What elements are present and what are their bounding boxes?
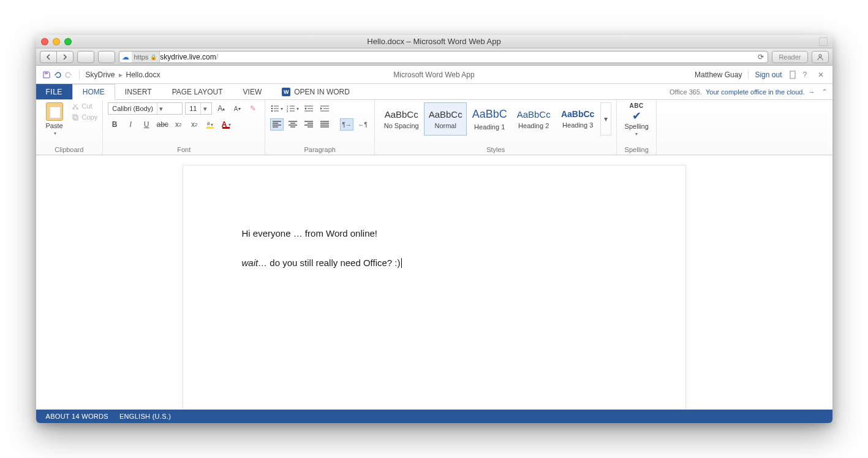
style-no-spacing[interactable]: AaBbCc No Spacing bbox=[380, 102, 423, 135]
arrow-right-icon: → bbox=[809, 88, 815, 96]
promo-link[interactable]: Your complete office in the cloud. bbox=[706, 88, 804, 96]
font-family-combo[interactable]: Calibri (Body) ▾ bbox=[108, 102, 183, 115]
highlight-button[interactable]: ª▾ bbox=[203, 118, 217, 131]
redo-button[interactable] bbox=[64, 71, 73, 79]
svg-rect-5 bbox=[73, 115, 77, 119]
clear-formatting-button[interactable]: ✎ bbox=[246, 102, 260, 115]
font-family-value: Calibri (Body) bbox=[108, 105, 157, 112]
align-center-button[interactable] bbox=[286, 118, 300, 131]
bookmark-button[interactable] bbox=[98, 51, 115, 63]
style-preview: AaBbCc bbox=[429, 109, 462, 120]
document-canvas[interactable]: Hi everyone … from Word online! wait… do… bbox=[36, 155, 832, 410]
style-normal[interactable]: AaBbCc Normal bbox=[424, 102, 467, 135]
strikethrough-button[interactable]: abc bbox=[156, 118, 169, 131]
paste-dropdown-icon[interactable]: ▾ bbox=[54, 131, 56, 136]
tab-home[interactable]: HOME bbox=[72, 84, 115, 100]
safari-user-button[interactable] bbox=[812, 51, 829, 63]
user-name[interactable]: Matthew Guay bbox=[695, 71, 742, 79]
close-icon[interactable]: ✕ bbox=[818, 71, 826, 79]
spelling-button[interactable]: ABC ✔ Spelling ▾ bbox=[622, 102, 651, 137]
subscript-button[interactable]: x2 bbox=[172, 118, 185, 131]
open-in-word-button[interactable]: W OPEN IN WORD bbox=[272, 84, 360, 99]
checkmark-icon: ✔ bbox=[632, 110, 641, 121]
svg-point-9 bbox=[271, 110, 273, 112]
align-right-button[interactable] bbox=[302, 118, 315, 131]
group-font: Calibri (Body) ▾ 11 ▾ A▴ A▾ ✎ B I bbox=[103, 100, 265, 155]
document-line-2-italic: wait… bbox=[242, 258, 268, 268]
tab-file[interactable]: FILE bbox=[36, 84, 72, 99]
increase-indent-button[interactable] bbox=[318, 102, 331, 115]
align-left-button[interactable] bbox=[270, 118, 284, 131]
sign-out-link[interactable]: Sign out bbox=[748, 71, 782, 79]
rtl-direction-button[interactable]: ←¶ bbox=[356, 118, 369, 131]
ribbon: Paste ▾ Cut Copy Clipboard bbox=[36, 100, 832, 155]
word-count[interactable]: ABOUT 14 WORDS bbox=[46, 413, 108, 420]
breadcrumb: SkyDrive ▸ Hello.docx bbox=[86, 71, 160, 79]
chevron-down-icon[interactable]: ▾ bbox=[200, 103, 209, 114]
align-justify-button[interactable] bbox=[318, 118, 331, 131]
reader-button[interactable]: Reader bbox=[772, 51, 807, 63]
breadcrumb-file[interactable]: Hello.docx bbox=[126, 71, 160, 79]
ribbon-tabs: FILE HOME INSERT PAGE LAYOUT VIEW W OPEN… bbox=[36, 84, 832, 100]
back-button[interactable] bbox=[40, 54, 56, 60]
bulleted-list-button[interactable]: ▾ bbox=[270, 102, 284, 115]
style-heading-1[interactable]: AaBbC Heading 1 bbox=[468, 102, 511, 135]
font-color-button[interactable]: A▾ bbox=[219, 118, 233, 131]
safari-toolbar: ☁ https 🔒 skydrive.live.com / ⟳ Reader bbox=[36, 48, 832, 66]
traffic-light-minimize[interactable] bbox=[53, 38, 60, 45]
font-size-combo[interactable]: 11 ▾ bbox=[185, 102, 212, 115]
https-badge: https 🔒 bbox=[132, 52, 160, 63]
document-page[interactable]: Hi everyone … from Word online! wait… do… bbox=[183, 166, 685, 410]
address-bar[interactable]: ☁ https 🔒 skydrive.live.com / ⟳ bbox=[119, 51, 769, 63]
https-label: https bbox=[134, 53, 149, 61]
shrink-font-button[interactable]: A▾ bbox=[230, 102, 244, 115]
style-name: Heading 2 bbox=[518, 122, 549, 129]
save-icon[interactable] bbox=[42, 71, 51, 79]
undo-button[interactable] bbox=[53, 71, 62, 79]
italic-button[interactable]: I bbox=[124, 118, 137, 131]
group-clipboard-label: Clipboard bbox=[41, 145, 98, 153]
group-font-label: Font bbox=[108, 145, 260, 153]
language-indicator[interactable]: ENGLISH (U.S.) bbox=[119, 413, 171, 420]
style-name: Normal bbox=[434, 122, 456, 129]
share-button[interactable] bbox=[77, 51, 94, 63]
abc-label: ABC bbox=[630, 102, 644, 109]
word-header: SkyDrive ▸ Hello.docx Microsoft Word Web… bbox=[36, 66, 832, 84]
superscript-button[interactable]: x2 bbox=[187, 118, 201, 131]
chevron-down-icon[interactable]: ▾ bbox=[157, 103, 165, 114]
tab-page-layout[interactable]: PAGE LAYOUT bbox=[162, 84, 233, 99]
forward-button[interactable] bbox=[57, 54, 73, 60]
collapse-ribbon-icon[interactable]: ⌃ bbox=[821, 84, 828, 99]
chevron-down-icon[interactable]: ▾ bbox=[635, 131, 638, 137]
breadcrumb-root[interactable]: SkyDrive bbox=[86, 71, 115, 79]
styles-more-button[interactable]: ▾ bbox=[600, 102, 611, 135]
paste-label: Paste bbox=[45, 122, 62, 129]
bold-button[interactable]: B bbox=[108, 118, 121, 131]
document-line-2[interactable]: wait… do you still really need Office? :… bbox=[242, 256, 627, 270]
svg-point-0 bbox=[818, 54, 821, 56]
fullscreen-icon[interactable] bbox=[819, 37, 828, 46]
svg-rect-1 bbox=[45, 72, 48, 74]
underline-button[interactable]: U bbox=[140, 118, 153, 131]
header-doc-icon[interactable] bbox=[788, 71, 797, 79]
tab-view[interactable]: VIEW bbox=[233, 84, 273, 99]
text-caret bbox=[401, 258, 402, 268]
traffic-light-zoom[interactable] bbox=[64, 38, 72, 45]
ltr-direction-button[interactable]: ¶→ bbox=[340, 118, 353, 131]
traffic-light-close[interactable] bbox=[41, 38, 48, 45]
style-heading-3[interactable]: AaBbCc Heading 3 bbox=[556, 102, 599, 135]
grow-font-button[interactable]: A▴ bbox=[214, 102, 228, 115]
numbered-list-button[interactable]: 123▾ bbox=[286, 102, 300, 115]
decrease-indent-button[interactable] bbox=[302, 102, 315, 115]
tab-insert[interactable]: INSERT bbox=[115, 84, 162, 99]
copy-button[interactable]: Copy bbox=[72, 113, 98, 121]
style-heading-2[interactable]: AaBbCc Heading 2 bbox=[512, 102, 555, 135]
group-spelling: ABC ✔ Spelling ▾ Spelling bbox=[617, 100, 657, 155]
window-title: Hello.docx – Microsoft Word Web App bbox=[36, 37, 832, 46]
document-line-1[interactable]: Hi everyone … from Word online! bbox=[242, 227, 627, 240]
reload-button[interactable]: ⟳ bbox=[754, 53, 768, 61]
cut-button[interactable]: Cut bbox=[72, 102, 98, 110]
paste-button[interactable]: Paste ▾ bbox=[41, 102, 68, 136]
help-icon[interactable]: ? bbox=[803, 71, 812, 79]
group-clipboard: Paste ▾ Cut Copy Clipboard bbox=[36, 100, 104, 155]
